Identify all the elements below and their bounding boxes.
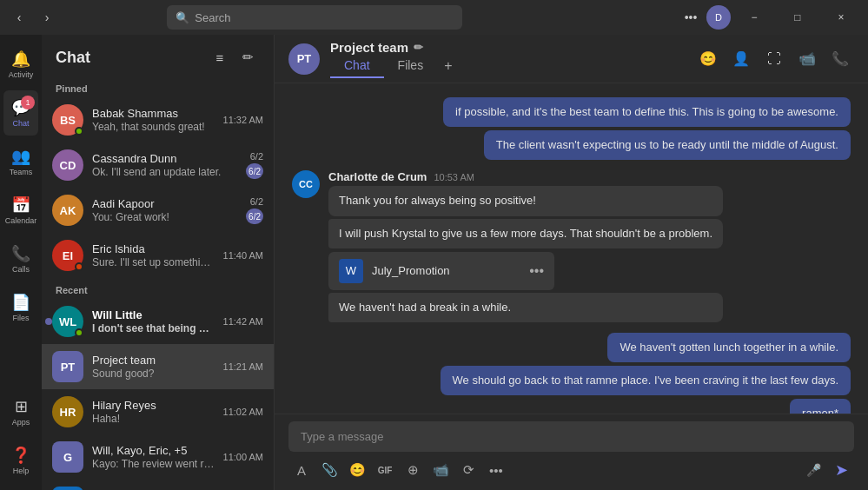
avatar-wrap: EI <box>52 240 83 271</box>
chat-meta: 11:32 AM <box>223 115 263 125</box>
list-item[interactable]: CD Cassandra Dunn Ok. I'll send an updat… <box>42 142 274 188</box>
avatar: AK <box>52 195 83 226</box>
chat-meta: 11:00 AM <box>223 452 263 462</box>
meet-button[interactable]: 📹 <box>427 457 454 483</box>
message-bubble: Thank you for always being so positive! <box>328 186 723 215</box>
teams-icon: 👥 <box>11 147 30 166</box>
chat-time: 11:42 AM <box>223 316 263 327</box>
sidebar-item-chat[interactable]: 1 💬 Chat <box>3 90 38 136</box>
msg-group: We haven't gotten lunch together in a wh… <box>292 333 851 414</box>
chat-preview: You: Great work! <box>92 211 237 223</box>
compose-bar: Type a message A 📎 😊 GIF ⊕ 📹 ⟳ ••• 🎤 ➤ <box>275 414 868 490</box>
minimize-button[interactable]: − <box>734 0 774 35</box>
filter-button[interactable]: ≡ <box>208 45 232 70</box>
search-bar[interactable]: 🔍 Search <box>167 5 462 30</box>
avatar-wrap: PT <box>52 351 83 382</box>
tab-add-button[interactable]: + <box>437 55 459 77</box>
chat-meta: 11:21 AM <box>223 361 263 372</box>
list-item[interactable]: AK Aadi Kapoor You: Great work! 6/2 6/2 <box>42 188 274 233</box>
search-icon: 🔍 <box>176 11 189 24</box>
giphy-button[interactable]: GIF <box>372 457 398 483</box>
avatar-wrap: BS <box>52 104 83 136</box>
avatar: G <box>52 441 83 473</box>
activity-label: Activity <box>9 70 34 79</box>
sticker-button[interactable]: ⊕ <box>400 457 426 483</box>
call-button[interactable]: 📞 <box>826 45 854 73</box>
chat-main: PT Project team ✏ Chat Files + 😊 👤 ⛶ 📹 📞 <box>275 35 868 490</box>
chat-name: Hilary Reyes <box>92 399 215 412</box>
sidebar-item-teams[interactable]: 👥 Teams <box>3 139 38 184</box>
message-bubble: ramen* <box>790 399 851 414</box>
sidebar-item-files[interactable]: 📄 Files <box>3 285 38 330</box>
sidebar-item-activity[interactable]: 🔔 Activity <box>3 42 38 87</box>
emoji-reaction-button[interactable]: 😊 <box>694 45 722 73</box>
list-item[interactable]: PT Project team Sound good? 11:21 AM <box>42 344 274 389</box>
message-input[interactable]: Type a message <box>288 421 854 452</box>
chat-time: 6/2 <box>250 151 263 162</box>
sidebar-item-calendar[interactable]: 📅 Calendar <box>3 188 38 233</box>
tab-chat[interactable]: Chat <box>330 55 384 78</box>
tab-files[interactable]: Files <box>384 55 438 78</box>
list-item[interactable]: WL Will Little I don't see that being an… <box>42 299 274 344</box>
chat-time: 11:40 AM <box>223 250 263 261</box>
chat-preview: Yeah, that sounds great! <box>92 121 215 133</box>
chat-name: Will Little <box>92 308 215 321</box>
video-call-button[interactable]: 📹 <box>793 45 821 73</box>
chat-meta: 11:02 AM <box>223 407 263 417</box>
more-compose-button[interactable]: ••• <box>483 457 509 483</box>
more-button[interactable]: ••• <box>679 5 703 30</box>
chat-name: Babak Shammas <box>92 107 215 120</box>
chat-meta: 11:40 AM <box>223 250 263 261</box>
list-item[interactable]: G Will, Kayo, Eric, +5 Kayo: The review … <box>42 434 274 480</box>
message-bubble: if possible, and it's the best team to d… <box>443 97 851 127</box>
audio-message-button[interactable]: 🎤 <box>800 457 826 483</box>
send-button[interactable]: ➤ <box>828 457 854 483</box>
chat-info: Hilary Reyes Haha! <box>92 399 215 425</box>
unread-badge: 6/2 <box>246 163 263 179</box>
file-attachment[interactable]: W July_Promotion ••• <box>328 252 554 290</box>
attach-button[interactable]: 📎 <box>316 457 342 483</box>
help-label: Help <box>13 467 30 475</box>
sidebar-item-help[interactable]: ❓ Help <box>3 438 38 483</box>
close-button[interactable]: × <box>821 0 861 35</box>
message-content: Charlotte de Crum 10:53 AM Thank you for… <box>328 170 723 322</box>
list-item[interactable]: EI Eric Ishida Sure. I'll set up somethi… <box>42 233 274 278</box>
avatar: PT <box>52 351 83 382</box>
list-item[interactable]: CB Charlotte and Babak Charlotte: The cl… <box>42 480 274 490</box>
chat-time: 11:32 AM <box>223 115 263 125</box>
avatar: CC <box>292 170 320 198</box>
chat-tabs: Chat Files + <box>330 55 684 77</box>
sidebar-item-calls[interactable]: 📞 Calls <box>3 236 38 281</box>
share-screen-button[interactable]: ⛶ <box>760 45 788 73</box>
chat-meta: 6/2 6/2 <box>246 196 263 224</box>
attachment-name: July_Promotion <box>372 264 450 277</box>
forward-button[interactable]: › <box>35 5 59 30</box>
nav-buttons: ‹ › <box>7 5 59 30</box>
emoji-button[interactable]: 😊 <box>344 457 370 483</box>
people-button[interactable]: 👤 <box>727 45 755 73</box>
edit-icon[interactable]: ✏ <box>414 41 423 54</box>
profile-avatar[interactable]: D <box>706 5 731 30</box>
sidebar-item-apps[interactable]: ⊞ Apps <box>3 389 38 434</box>
maximize-button[interactable]: □ <box>778 0 818 35</box>
online-indicator <box>75 262 83 271</box>
apps-icon: ⊞ <box>15 397 28 416</box>
sender-name: Charlotte de Crum <box>328 170 427 183</box>
nav-bottom: ⊞ Apps ❓ Help <box>3 389 38 483</box>
back-button[interactable]: ‹ <box>7 5 31 30</box>
list-item[interactable]: HR Hilary Reyes Haha! 11:02 AM <box>42 389 274 434</box>
avatar-wrap: AK <box>52 195 83 226</box>
chat-time: 11:00 AM <box>223 452 263 462</box>
attachment-more-button[interactable]: ••• <box>529 263 544 279</box>
list-item[interactable]: BS Babak Shammas Yeah, that sounds great… <box>42 97 274 142</box>
avatar: CB <box>52 487 83 490</box>
compose-button[interactable]: ✏ <box>235 45 260 70</box>
message-bubble: The client wasn't expecting us to be rea… <box>484 130 851 160</box>
chat-time: 11:21 AM <box>223 361 263 372</box>
nav-rail: 🔔 Activity 1 💬 Chat 👥 Teams 📅 Calendar 📞… <box>0 35 42 490</box>
format-button[interactable]: A <box>288 457 315 483</box>
avatar-wrap: G <box>52 441 83 473</box>
avatar: CD <box>52 149 83 181</box>
loop-button[interactable]: ⟳ <box>455 457 481 483</box>
chat-list-header: Chat ≡ ✏ <box>42 35 274 76</box>
